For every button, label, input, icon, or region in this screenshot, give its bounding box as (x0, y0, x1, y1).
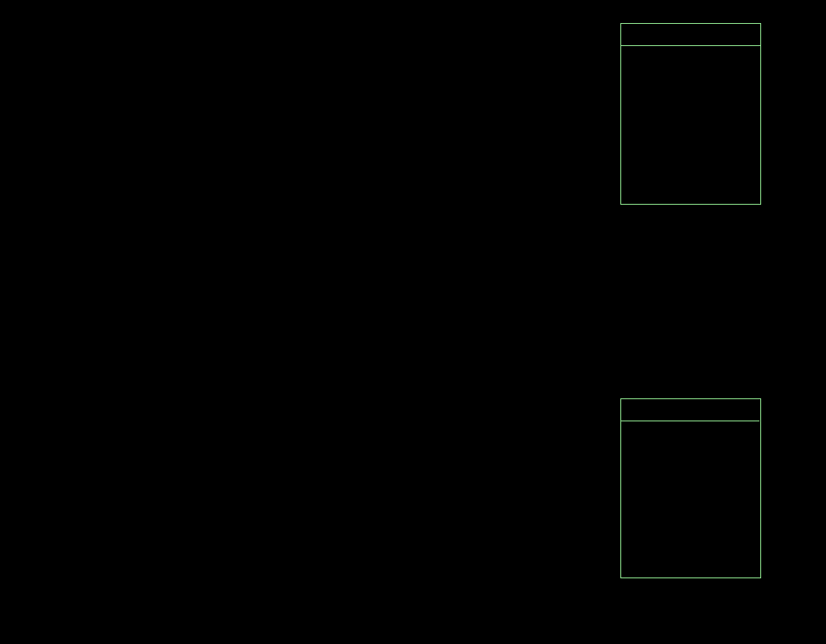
aip-output-box (620, 398, 761, 578)
autoscala-output-table (620, 23, 761, 205)
autoscala-table-title (621, 24, 760, 46)
aip-table-title (620, 398, 759, 421)
autoscala-table-body (621, 46, 760, 204)
